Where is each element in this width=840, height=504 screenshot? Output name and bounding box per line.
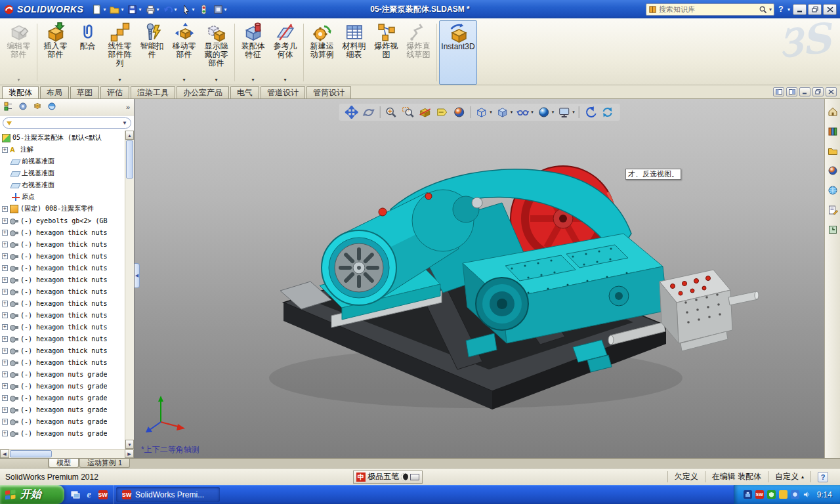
print-button[interactable]: ▾ [144,1,161,17]
tree-filter-dropdown[interactable]: ▼ [3,117,131,129]
tray-update-icon[interactable] [779,490,788,499]
tab-assembly[interactable]: 装配体 [2,86,39,98]
doc-minimize-button[interactable] [799,87,810,96]
tree-item[interactable]: (-) hexagon thick nuts [0,285,125,297]
select-button[interactable]: ▾ [179,1,196,17]
edit-component-button[interactable]: 编辑零部件 ▾ [3,20,35,85]
show-hidden-components-button[interactable]: 显示隐藏的零部件 ▾ [200,20,232,85]
reference-geometry-button[interactable]: 参考几何体 ▾ [269,20,301,85]
scroll-up-button[interactable]: ▲ [125,131,134,140]
tree-item-root[interactable]: 05-注聚泵装配体 (默认<默认 [0,132,125,144]
tree-item[interactable]: 右视基准面 [0,179,125,191]
scrollbar-thumb[interactable] [10,450,52,457]
appearances-icon[interactable] [827,165,838,176]
tree-item[interactable]: (-) hexagon thick nuts [0,345,125,356]
previous-view-icon[interactable] [583,105,598,119]
dropdown-arrow[interactable]: ▾ [138,7,141,12]
featuremanager-tab[interactable] [4,102,13,113]
tree-item[interactable]: (-) hexagon nuts grade [0,368,125,380]
scroll-down-button[interactable]: ▼ [125,440,134,449]
expand-toggle[interactable] [2,383,8,389]
internet-explorer-icon[interactable]: e [84,490,94,499]
expand-toggle[interactable] [2,147,8,153]
dropdown-arrow[interactable]: ▾ [157,7,159,12]
tab-scroll-area[interactable] [0,459,49,468]
exploded-view-button[interactable]: 爆炸视图 [370,20,402,85]
ime-language-icon[interactable]: 中 [356,472,366,482]
tree-item[interactable]: (-) hexagon thick nuts [0,274,125,285]
tree-item[interactable]: (-) hexagon thick nuts [0,226,125,238]
tab-office-products[interactable]: 办公室产品 [177,86,229,98]
dropdown-arrow[interactable]: ▾ [511,110,513,115]
ime-fullwidth-icon[interactable] [401,473,408,480]
rebuild-button[interactable] [197,1,211,17]
taskbar-window-button[interactable]: SW SolidWorks Premi... [116,487,220,502]
ime-keyboard-icon[interactable] [410,474,419,480]
pan-icon[interactable] [344,105,359,119]
tree-item[interactable]: (-) hexagon thick nuts [0,321,125,333]
bill-of-materials-button[interactable]: 材料明细表 [338,20,370,85]
linear-component-pattern-button[interactable]: 线性零部件阵列 ▾ [104,20,136,85]
expand-toggle[interactable] [2,289,8,295]
expand-toggle[interactable] [2,371,8,377]
filter-dropdown-arrow[interactable]: ▼ [122,120,127,126]
expand-toggle[interactable] [2,336,8,342]
start-button[interactable]: 开始 [0,485,64,504]
explode-line-sketch-button[interactable]: 爆炸直线草图 [402,20,434,85]
resources-home-icon[interactable] [827,106,838,117]
dropdown-arrow[interactable]: ▾ [572,110,575,115]
expand-toggle[interactable] [2,360,8,366]
tray-im-icon[interactable] [791,490,799,499]
hide-show-items-icon[interactable] [515,105,530,119]
dropdown-arrow[interactable]: ▾ [531,110,534,115]
move-component-button[interactable]: 移动零部件 ▾ [168,20,200,85]
expand-toggle[interactable] [2,242,8,247]
expand-toggle[interactable] [2,277,8,283]
dropdown-arrow[interactable]: ▾ [224,7,227,12]
zoom-fit-icon[interactable] [383,105,398,119]
customize-menu[interactable]: 自定义▴ [768,471,810,483]
dropdown-arrow[interactable]: ▾ [121,7,123,12]
display-style-icon[interactable] [495,105,510,119]
ime-toolbar[interactable]: 中 极品五笔 [353,471,423,484]
solidworks-quicklaunch-icon[interactable]: SW [98,490,108,499]
expand-toggle[interactable] [2,348,8,354]
tray-volume-icon[interactable] [803,490,811,499]
doc-close-button[interactable] [826,87,837,96]
tree-item[interactable]: 上视基准面 [0,167,125,179]
show-desktop-icon[interactable] [70,490,80,499]
file-explorer-icon[interactable] [827,145,838,156]
taskbar-clock[interactable]: 9:14 [817,490,832,499]
tree-item[interactable]: (-) hexagon thick nuts [0,250,125,262]
section-view-icon[interactable] [417,105,432,119]
tree-item[interactable]: 注解 [0,144,125,156]
scroll-right-button[interactable]: ▶ [125,450,134,458]
expand-toggle[interactable] [2,395,8,401]
dropdown-arrow[interactable]: ▾ [552,110,555,115]
tree-item[interactable]: 原点 [0,191,125,203]
tab-routing[interactable]: 管道设计 [261,86,305,98]
instant3d-button[interactable]: Instant3D [439,20,477,85]
expand-toggle[interactable] [2,407,8,413]
expand-toggle[interactable] [2,312,8,318]
assembly-features-button[interactable]: 装配体特征 ▾ [237,20,269,85]
dropdown-arrow[interactable]: ▾ [103,7,106,12]
expand-toggle[interactable] [2,230,8,236]
knowledge-search[interactable]: ▾ [646,3,774,16]
annotation-visibility-icon[interactable] [434,105,450,119]
tree-item[interactable]: (-) hexagon nuts grade [0,404,125,415]
new-document-button[interactable]: ▾ [90,1,107,17]
dropdown-arrow[interactable]: ▾ [192,7,195,12]
panel-collapse-handle[interactable]: ◀ [135,263,140,288]
pane-split-left-button[interactable] [773,87,784,96]
view-settings-icon[interactable] [556,105,572,119]
help-button[interactable]: ? [774,3,788,16]
tree-item[interactable]: (-) hexagon thick nuts [0,309,125,321]
tray-solidworks-icon[interactable]: SW [755,490,764,499]
options-button[interactable]: ▾ [211,1,228,17]
save-button[interactable]: ▾ [125,1,142,17]
zoom-area-icon[interactable] [400,105,415,119]
expand-toggle[interactable] [2,301,8,306]
tab-piping[interactable]: 管筒设计 [306,86,351,98]
tree-item[interactable]: (-) hexagon thick nuts [0,356,125,368]
